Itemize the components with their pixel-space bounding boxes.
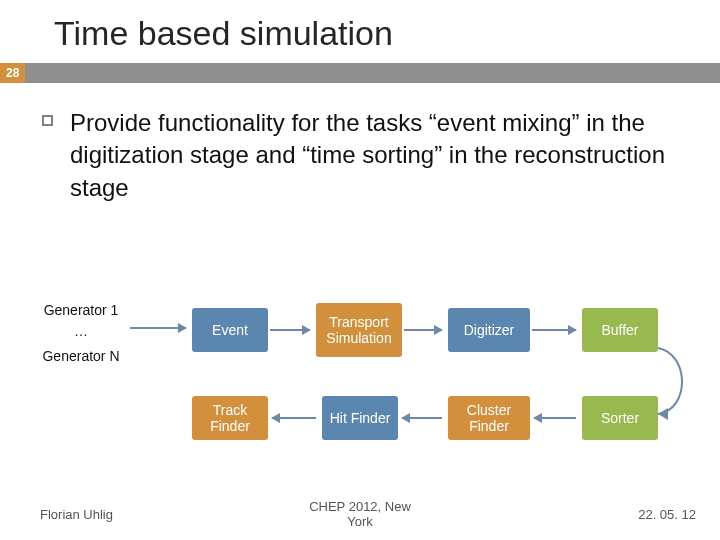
arrow-icon — [534, 417, 576, 419]
node-generator-1: Generator 1 — [34, 300, 128, 320]
arrow-icon — [402, 417, 442, 419]
body-text: Provide functionality for the tasks “eve… — [0, 83, 720, 204]
footer-venue: CHEP 2012, New York — [309, 499, 411, 530]
arrow-icon — [130, 327, 186, 329]
node-event: Event — [192, 308, 268, 352]
footer-venue-line2: York — [347, 514, 373, 529]
node-generator-n: Generator N — [34, 346, 128, 366]
title-bar: 28 — [0, 63, 720, 83]
node-transport: Transport Simulation — [316, 303, 402, 357]
node-cluster-finder: Cluster Finder — [448, 396, 530, 440]
footer-date: 22. 05. 12 — [638, 507, 696, 522]
flow-diagram: Generator 1 … Generator N Event Transpor… — [0, 300, 720, 500]
node-ellipsis: … — [34, 322, 128, 340]
page-number: 28 — [0, 63, 25, 83]
node-track-finder: Track Finder — [192, 396, 268, 440]
footer-venue-line1: CHEP 2012, New — [309, 499, 411, 514]
node-digitizer: Digitizer — [448, 308, 530, 352]
page-title: Time based simulation — [0, 0, 720, 63]
arrow-icon — [270, 329, 310, 331]
arrow-icon — [404, 329, 442, 331]
bullet-icon — [42, 115, 53, 126]
arrow-icon — [272, 417, 316, 419]
footer-author: Florian Uhlig — [40, 507, 113, 522]
body-content: Provide functionality for the tasks “eve… — [70, 109, 665, 201]
node-hit-finder: Hit Finder — [322, 396, 398, 440]
svg-marker-0 — [658, 408, 668, 420]
curve-arrow-icon — [628, 342, 698, 422]
arrow-icon — [532, 329, 576, 331]
